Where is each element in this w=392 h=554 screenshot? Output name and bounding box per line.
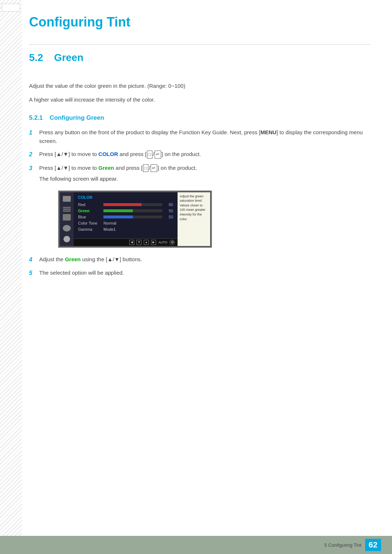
monitor-main: COLOR Red 80 Green [74, 192, 177, 238]
menu-value-green: 50 [165, 209, 173, 213]
monitor-sidebar [60, 192, 74, 246]
menu-value-blue: 50 [165, 215, 173, 219]
btn-down: ▼ [136, 240, 142, 245]
btn-right: ▶ [151, 240, 156, 245]
sidebar-icon-4 [63, 225, 71, 231]
footer-page-number: 62 [365, 539, 381, 551]
menu-value-colortone: Normal [103, 221, 116, 225]
sidebar-icon-3 [63, 214, 71, 221]
menu-label-colortone: Color Tone [78, 221, 103, 225]
step-number-1: 1 [29, 128, 39, 138]
step-number-2: 2 [29, 150, 39, 159]
menu-label-gamma: Gamma [78, 227, 103, 231]
menu-label-green: Green [78, 209, 103, 213]
step-5: 5 The selected option will be applied. [29, 268, 370, 278]
menu-bar-red [103, 203, 162, 206]
page-title: Configuring Tint [29, 11, 370, 30]
sidebar-icon-2 [63, 207, 71, 208]
menu-title: COLOR [78, 195, 173, 200]
section-number: 5.2 [29, 52, 43, 63]
monitor-wrapper: COLOR Red 80 Green [58, 190, 212, 248]
menu-row-gamma: Gamma Mode1 [78, 227, 173, 231]
step-content-2: Press [▲/▼] to move to COLOR and press [… [39, 150, 370, 159]
footer: 5 Configuring Tint 62 [0, 536, 392, 554]
menu-bar-green [103, 209, 162, 212]
step-1: 1 Press any button on the front of the p… [29, 128, 370, 145]
step-content-5: The selected option will be applied. [39, 268, 370, 277]
top-tab [2, 4, 20, 12]
menu-bar-green-fill [103, 209, 133, 212]
sidebar-icon-1 [63, 196, 71, 202]
menu-bar-red-fill [103, 203, 142, 206]
menu-value-red: 80 [165, 202, 173, 207]
step-number-4: 4 [29, 255, 39, 264]
monitor-bottom-bar: ◀ ▼ ▲ ▶ AUTO ⏻ [74, 238, 177, 246]
monitor-screen: COLOR Red 80 Green [59, 191, 211, 247]
btn-up: ▲ [144, 240, 149, 245]
step-3: 3 Press [▲/▼] to move to Green and press… [29, 164, 370, 183]
section-heading: 5.2 Green [29, 52, 370, 73]
btn-left: ◀ [129, 240, 134, 245]
left-border [0, 0, 22, 554]
step-3-subtext: The following screen will appear. [39, 175, 370, 183]
menu-row-red: Red 80 [78, 202, 173, 207]
menu-bar-blue-fill [103, 216, 133, 218]
menu-label-blue: Blue [78, 215, 103, 219]
menu-value-gamma: Mode1 [103, 227, 116, 231]
step-number-5: 5 [29, 268, 39, 278]
menu-label-red: Red [78, 202, 103, 207]
menu-row-blue: Blue 50 [78, 215, 173, 219]
btn-power: ⏻ [170, 240, 175, 245]
sidebar-icon-5 [64, 236, 70, 242]
menu-row-green: Green 50 [78, 209, 173, 213]
subsection-title: Configuring Green [50, 114, 104, 121]
step-number-3: 3 [29, 164, 39, 173]
step-content-4: Adjust the Green using the [▲/▼] buttons… [39, 255, 370, 264]
monitor-tooltip: Adjust the green saturation level. Value… [177, 192, 210, 246]
step-content-1: Press any button on the front of the pro… [39, 128, 370, 145]
footer-text: 5 Configuring Tint [324, 542, 362, 548]
subsection-number: 5.2.1 [29, 114, 43, 121]
step-2: 2 Press [▲/▼] to move to COLOR and press… [29, 150, 370, 159]
menu-row-colortone: Color Tone Normal [78, 221, 173, 225]
subsection-heading: 5.2.1 Configuring Green [29, 114, 370, 122]
steps-list: 1 Press any button on the front of the p… [29, 128, 370, 183]
section-title: Green [54, 52, 83, 63]
step-4: 4 Adjust the Green using the [▲/▼] butto… [29, 255, 370, 264]
steps-list-2: 4 Adjust the Green using the [▲/▼] butto… [29, 255, 370, 278]
paragraph2: A higher value will increase the intensi… [29, 95, 370, 104]
menu-bar-blue [103, 216, 162, 218]
title-divider [29, 44, 370, 45]
step-content-3: Press [▲/▼] to move to Green and press [… [39, 164, 370, 183]
auto-label: AUTO [158, 241, 167, 244]
paragraph1: Adjust the value of the color green in t… [29, 82, 370, 90]
monitor-image: COLOR Red 80 Green [58, 190, 370, 248]
